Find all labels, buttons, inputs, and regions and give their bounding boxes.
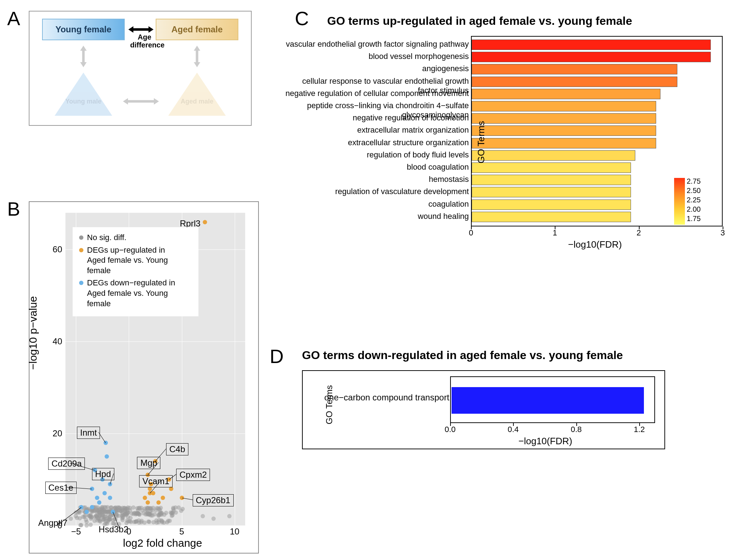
- x-axis-label: −log10(FDR): [568, 239, 622, 250]
- legend-tick: 1.75: [687, 215, 701, 223]
- gray-arrow-icon: [78, 46, 89, 67]
- gene-label: C4b: [166, 443, 188, 455]
- category-label: angiogenesis: [282, 64, 469, 73]
- category-label: hemostasis: [282, 175, 469, 184]
- legend-tick: 2.50: [687, 187, 701, 195]
- category-label: negative regulation of cellular componen…: [282, 89, 469, 98]
- panel-a-diagram: Young female Aged female Age difference …: [29, 11, 252, 126]
- bar: [472, 77, 677, 87]
- panel-a-label: A: [7, 7, 20, 29]
- x-tick: 1: [549, 228, 560, 238]
- x-axis-label: log2 fold change: [123, 537, 202, 549]
- chart-title: GO terms up-regulated in aged female vs.…: [327, 14, 632, 28]
- legend-nosig: No sig. diff.: [87, 233, 127, 243]
- legend-tick: 2.00: [687, 205, 701, 214]
- chart-title: GO terms down-regulated in aged female v…: [302, 349, 623, 362]
- x-tick: 0.4: [506, 425, 520, 434]
- svg-marker-2: [148, 26, 154, 33]
- svg-marker-7: [194, 46, 200, 51]
- bar: [472, 125, 656, 136]
- gene-label: Cpxm2: [176, 469, 210, 481]
- svg-marker-8: [194, 62, 200, 67]
- category-label: blood vessel morphogenesis: [282, 52, 469, 61]
- x-tick: 0.8: [569, 425, 584, 434]
- age-diff-label: Age difference: [130, 33, 159, 49]
- plot-box: GO Terms one−carbon compound transport 0…: [302, 370, 665, 449]
- bar: [472, 64, 677, 74]
- panel-c-bar-chart: GO terms up-regulated in aged female vs.…: [280, 14, 741, 259]
- svg-marker-10: [123, 98, 128, 105]
- category-label: negative regulation of locomotion: [282, 113, 469, 123]
- x-axis-label: −log10(FDR): [518, 436, 572, 447]
- category-label: extracellular matrix organization: [282, 125, 469, 135]
- category-label: blood coagulation: [282, 162, 469, 172]
- category-label: wound healing: [282, 212, 469, 221]
- plot-area: [450, 376, 655, 423]
- svg-marker-4: [80, 46, 87, 51]
- category-label: extracellular structure organization: [282, 138, 469, 147]
- category-label: regulation of vasculature development: [282, 187, 469, 196]
- bar: [472, 40, 711, 50]
- x-tick: 3: [717, 228, 728, 238]
- svg-marker-5: [80, 62, 87, 67]
- gene-label: Cd209a: [48, 458, 85, 470]
- gray-arrow-icon: [192, 46, 202, 67]
- category-label: coagulation: [282, 199, 469, 209]
- young-female-box: Young female: [42, 19, 125, 40]
- bar: [472, 150, 635, 161]
- bar: [472, 138, 656, 148]
- young-male-triangle: Young male: [55, 73, 112, 116]
- bar: [472, 52, 711, 62]
- bar: [472, 187, 631, 197]
- legend-down: DEGs down−regulated in Aged female vs. Y…: [87, 278, 193, 309]
- bar: [472, 199, 631, 210]
- svg-marker-11: [154, 98, 159, 105]
- y-axis-label: −log10 p−value: [27, 296, 39, 370]
- color-legend: 2.752.502.252.001.75: [674, 178, 737, 226]
- legend-tick: 2.25: [687, 196, 701, 204]
- y-axis-label: GO Terms: [324, 385, 334, 424]
- svg-marker-1: [128, 26, 133, 33]
- bar: [472, 89, 660, 99]
- bar: [452, 387, 644, 414]
- legend-up: DEGs up−regulated in Aged female vs. You…: [87, 245, 193, 276]
- category-label: vascular endothelial growth factor signa…: [282, 40, 469, 49]
- bar: [472, 212, 631, 222]
- x-tick: 0.0: [443, 425, 457, 434]
- gene-label: Mgp: [137, 457, 160, 469]
- aged-female-box: Aged female: [156, 19, 238, 40]
- category-label: regulation of body fluid levels: [282, 150, 469, 160]
- x-tick: 2: [633, 228, 644, 238]
- panel-b-volcano-plot: Rprl3InmtC4bCd209aMgpCpxm2HpdCes1eVcam1C…: [29, 201, 259, 554]
- gray-arrow-icon: [123, 96, 159, 107]
- bar: [472, 113, 656, 124]
- category-label: one−carbon compound transport: [324, 393, 449, 403]
- gene-label: Inmt: [77, 427, 100, 439]
- panel-b-label: B: [7, 198, 20, 220]
- y-axis-label: GO Terms: [476, 121, 487, 164]
- x-tick: 0: [466, 228, 476, 238]
- x-tick: 1.2: [632, 425, 646, 434]
- panel-d-bar-chart: GO terms down-regulated in aged female v…: [280, 349, 741, 464]
- bar: [472, 175, 631, 185]
- gene-label: Cyp26b1: [193, 494, 234, 506]
- bar: [472, 101, 656, 111]
- aged-male-triangle: Aged male: [168, 73, 226, 116]
- legend-tick: 2.75: [687, 177, 701, 185]
- gene-label: Hpd: [92, 468, 114, 480]
- legend: No sig. diff. DEGs up−regulated in Aged …: [73, 227, 198, 316]
- bar: [472, 162, 631, 173]
